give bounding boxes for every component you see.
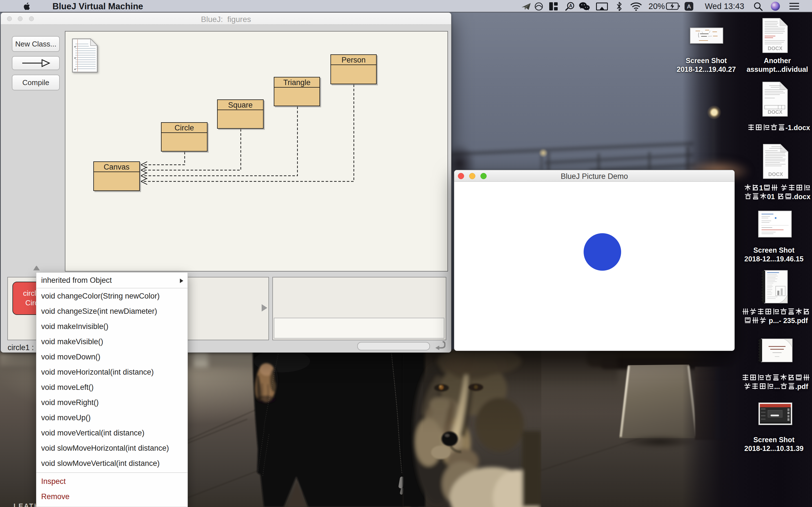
svg-text:DOCX: DOCX [768, 172, 783, 177]
svg-text:DOCX: DOCX [768, 109, 782, 115]
svg-text:A: A [569, 3, 572, 8]
svg-text:DOCX: DOCX [768, 46, 782, 51]
